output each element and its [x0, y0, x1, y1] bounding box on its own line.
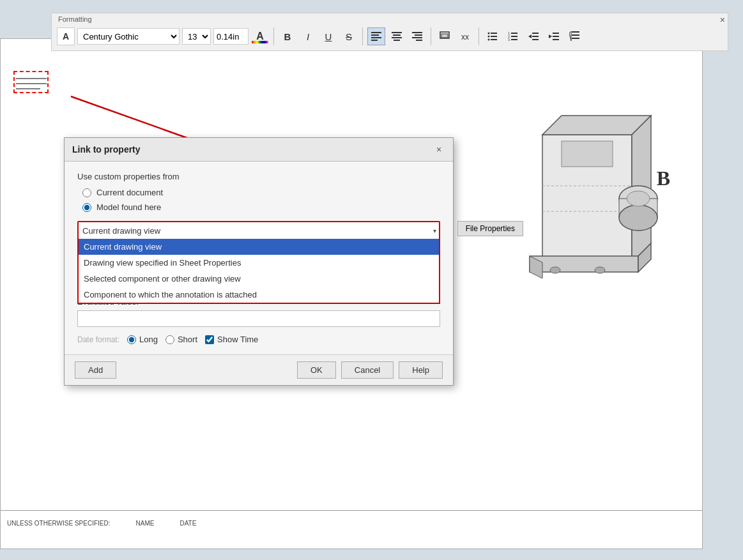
svg-rect-11 [416, 40, 422, 41]
svg-rect-26 [511, 39, 517, 40]
help-button[interactable]: Help [399, 361, 443, 379]
align-right-button[interactable] [408, 27, 426, 45]
dropdown-item-1[interactable]: Drawing view specified in Sheet Properti… [79, 255, 439, 271]
show-time-checkbox[interactable] [205, 335, 214, 344]
line-spacing-button[interactable] [565, 27, 583, 45]
dialog-titlebar: Link to property × [65, 138, 453, 162]
dialog-title: Link to property [72, 144, 141, 155]
font-color-button[interactable]: A [251, 27, 269, 45]
date-format-label: Date format: [77, 335, 119, 344]
svg-rect-37 [572, 38, 579, 39]
svg-point-54 [550, 267, 560, 273]
letter-b: B [657, 167, 670, 190]
svg-rect-0 [371, 32, 381, 33]
svg-text:3.: 3. [508, 38, 510, 41]
svg-point-55 [595, 267, 605, 273]
align-center-button[interactable] [388, 27, 406, 45]
svg-rect-30 [532, 39, 539, 40]
dropdown-arrow-icon: ▾ [433, 227, 436, 234]
separator-2 [362, 27, 363, 45]
radio-model-found-label: Model found here [96, 202, 161, 212]
indent-increase-button[interactable] [545, 27, 563, 45]
svg-rect-58 [562, 141, 613, 167]
svg-rect-29 [532, 36, 539, 37]
dropdown-selected[interactable]: Current drawing view ▾ [79, 222, 439, 239]
radio-short[interactable]: Short [165, 335, 197, 344]
dropdown-item-2[interactable]: Selected component or other drawing view [79, 271, 439, 287]
svg-rect-51 [530, 256, 638, 272]
svg-rect-33 [553, 36, 559, 37]
dropdown-item-0[interactable]: Current drawing view [79, 239, 439, 255]
separator-4 [479, 27, 479, 45]
toolbar-title-label: Formatting [58, 15, 92, 23]
section-label: Use custom properties from [77, 172, 440, 181]
svg-rect-9 [415, 34, 422, 36]
dropdown-list: Current drawing view Drawing view specif… [77, 239, 440, 304]
format-button[interactable]: xx [456, 27, 474, 45]
indent-decrease-button[interactable] [525, 27, 542, 45]
radio-model-found[interactable]: Model found here [82, 202, 440, 212]
stack-top-button[interactable] [436, 27, 454, 45]
underline-button[interactable]: U [319, 27, 337, 45]
svg-rect-2 [371, 37, 381, 38]
file-properties-button[interactable]: File Properties [457, 221, 523, 236]
radio-long-label: Long [139, 335, 158, 344]
footer-left: Add [75, 361, 297, 379]
radio-long-input[interactable] [127, 335, 136, 344]
title-block: UNLESS OTHERWISE SPECIFIED: NAME DATE [1, 510, 702, 536]
radio-short-input[interactable] [165, 335, 174, 344]
svg-marker-31 [549, 34, 552, 38]
radio-current-doc-input[interactable] [82, 188, 91, 197]
svg-rect-28 [532, 33, 539, 34]
radio-model-found-input[interactable] [82, 203, 91, 212]
link-to-property-dialog: Link to property × Use custom properties… [64, 137, 454, 386]
radio-group: Current document Model found here [82, 188, 440, 212]
svg-point-50 [627, 191, 650, 206]
svg-rect-16 [491, 33, 497, 34]
svg-rect-5 [393, 34, 401, 36]
add-button[interactable]: Add [75, 361, 116, 379]
svg-rect-24 [511, 36, 517, 37]
svg-rect-18 [491, 36, 497, 37]
radio-long[interactable]: Long [127, 335, 158, 344]
strikethrough-button[interactable]: S [340, 27, 358, 45]
svg-rect-7 [394, 40, 400, 41]
svg-point-15 [488, 33, 490, 34]
radio-current-doc[interactable]: Current document [82, 188, 440, 197]
evaluated-value-input[interactable] [77, 310, 440, 327]
svg-rect-8 [412, 32, 422, 33]
svg-point-19 [488, 39, 490, 41]
text-box-selection [13, 71, 49, 93]
checkbox-show-time[interactable]: Show Time [205, 335, 258, 344]
dialog-footer: Add OK Cancel Help [65, 354, 453, 385]
footer-right: OK Cancel Help [297, 361, 443, 379]
svg-marker-38 [569, 31, 571, 41]
font-icon: A [57, 27, 75, 45]
date-format-row: Date format: Long Short Show Time [77, 335, 440, 344]
toolbar-close-button[interactable]: × [720, 15, 725, 25]
svg-marker-27 [528, 34, 532, 38]
font-size-select[interactable]: 13 [182, 28, 211, 45]
numbered-list-button[interactable]: 1.2.3. [504, 27, 522, 45]
dialog-close-button[interactable]: × [433, 143, 445, 156]
bullet-list-button[interactable] [484, 27, 502, 45]
ok-button[interactable]: OK [297, 361, 336, 379]
svg-rect-34 [553, 39, 559, 40]
svg-rect-32 [553, 33, 559, 34]
dropdown-item-3[interactable]: Component to which the annotation is att… [79, 287, 439, 303]
svg-rect-4 [392, 32, 402, 33]
svg-text:xx: xx [461, 33, 469, 42]
formatting-toolbar: Formatting × A Century Gothic 13 A [51, 13, 728, 51]
svg-rect-13 [441, 34, 448, 38]
font-select[interactable]: Century Gothic [77, 28, 180, 45]
radio-current-doc-label: Current document [96, 188, 163, 197]
3d-model [504, 109, 683, 339]
dialog-body: Use custom properties from Current docum… [65, 162, 453, 354]
font-size-unit-input[interactable] [213, 28, 249, 45]
svg-rect-1 [371, 34, 379, 36]
align-left-button[interactable] [367, 27, 385, 45]
svg-point-17 [488, 36, 490, 38]
bold-button[interactable]: B [279, 27, 296, 45]
cancel-button[interactable]: Cancel [341, 361, 394, 379]
italic-button[interactable]: I [299, 27, 317, 45]
